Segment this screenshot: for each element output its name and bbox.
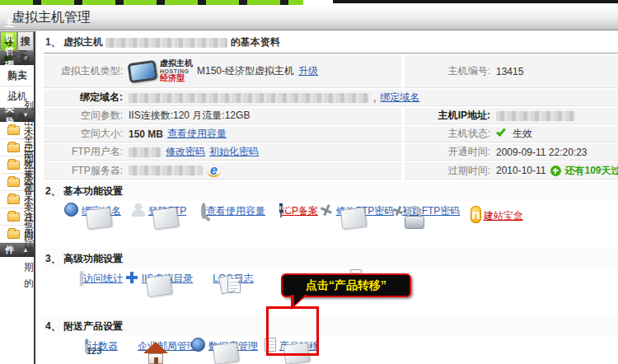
host-info-table: 虚拟主机类型: 虚拟主机 HOSTING 经济型 M150-经济型虚拟主机 bbox=[44, 55, 618, 180]
redacted-domains bbox=[129, 93, 369, 103]
ftp-server-label: FTP服务器: bbox=[44, 164, 123, 178]
space-size-value: 150 MB bbox=[129, 128, 163, 140]
sidebar-section-folders[interactable]: 文件夹 ▲ bbox=[0, 243, 34, 257]
chevron-up-icon: ▲ bbox=[22, 243, 29, 257]
section2-title: 2、 基本功能设置 bbox=[44, 181, 618, 201]
folder-icon bbox=[7, 143, 20, 152]
host-type-label: 虚拟主机类型: bbox=[44, 64, 123, 78]
open-time-value: 2009-09-11 22:20:23 bbox=[490, 147, 588, 158]
space-size-cell: 空间大小: 150 MB 查看使用容量 bbox=[44, 126, 401, 142]
host-ip-cell: 主机IP地址: bbox=[405, 108, 618, 124]
monitor-icon bbox=[127, 59, 157, 82]
tool-label[interactable]: 建站宝盒 bbox=[484, 209, 523, 223]
virtual-host-manager-window: 虚拟主机管理 导航 搜索 主机管理导航 ▼ 购买新主机 购买主机套餐 分类导航 … bbox=[0, 0, 618, 364]
table-row: 虚拟主机类型: 虚拟主机 HOSTING 经济型 M150-经济型虚拟主机 bbox=[44, 55, 618, 88]
internet-explorer-icon[interactable]: e bbox=[207, 164, 221, 177]
hosting-icon-text: 虚拟主机 bbox=[160, 59, 193, 68]
folder-icon bbox=[7, 126, 20, 135]
sidebar: 导航 搜索 主机管理导航 ▼ 购买新主机 购买主机套餐 分类导航 ▼ 列出全部 bbox=[0, 31, 35, 364]
expire-time-label: 过期时间: bbox=[405, 164, 490, 178]
host-type-cell: 虚拟主机类型: 虚拟主机 HOSTING 经济型 M150-经济型虚拟主机 bbox=[44, 55, 401, 88]
days-left-notice: 还有109天过期 bbox=[565, 164, 618, 178]
bind-domain-label: 绑定域名: bbox=[44, 91, 123, 105]
ftp-server-cell: FTP服务器: e bbox=[44, 162, 401, 180]
host-id-label: 主机编号: bbox=[405, 64, 490, 78]
space-params-cell: 空间参数: IIS连接数:120 月流量:12GB bbox=[44, 108, 401, 124]
expire-date-value: 2010-10-11 bbox=[496, 165, 546, 176]
host-ip-label: 主机IP地址: bbox=[405, 109, 490, 123]
redacted-ip bbox=[496, 111, 575, 121]
reset-password-link[interactable]: 初始化密码 bbox=[209, 145, 259, 159]
top-menu-strip-dark bbox=[333, 0, 618, 3]
folder-icon bbox=[7, 161, 20, 170]
icp-icon-text: ICP bbox=[279, 203, 283, 212]
tool-iis-virtual-dir[interactable]: IIS虚拟目录 bbox=[134, 272, 200, 316]
space-size-label: 空间大小: bbox=[44, 127, 123, 141]
space-params-label: 空间参数: bbox=[44, 109, 123, 123]
section4-title: 4、 附送产品设置 bbox=[44, 316, 618, 336]
upgrade-link[interactable]: 升级 bbox=[298, 64, 318, 78]
counter-icon: 123 bbox=[85, 338, 88, 353]
redacted-ftp-user bbox=[129, 147, 162, 157]
tool-bind-domain[interactable]: 绑定域名 bbox=[68, 204, 134, 249]
bonus-tools-row: 123 计数器 企业邮局管理 数据库管理 产品转移 bbox=[68, 336, 618, 364]
tool-log-files[interactable]: LOG日志 bbox=[200, 272, 266, 316]
tool-sitebuilder-box[interactable]: n 建站宝盒 bbox=[464, 204, 530, 249]
open-time-label: 开通时间: bbox=[405, 145, 490, 159]
separator: , bbox=[373, 92, 376, 104]
basic-tools-row: 绑定域名 登陆FTP 查看使用容量 ICP ICP备案 bbox=[68, 201, 618, 249]
redacted-ftp-server bbox=[129, 166, 203, 175]
folder-icon bbox=[7, 195, 20, 204]
highlight-red-box bbox=[266, 306, 319, 356]
page-title: 虚拟主机管理 bbox=[0, 5, 618, 30]
bind-domain-cell: 绑定域名: , 绑定域名 bbox=[44, 90, 618, 106]
host-type-value: M150-经济型虚拟主机 bbox=[197, 64, 294, 78]
main-content: 1、 虚拟主机 的基本资料 虚拟主机类型: 虚拟主机 HOSTING bbox=[35, 31, 618, 364]
tool-label[interactable]: 查看使用容量 bbox=[206, 204, 265, 218]
hosting-product-icon: 虚拟主机 HOSTING 经济型 bbox=[129, 59, 193, 82]
table-row: 空间参数: IIS连接数:120 月流量:12GB 主机IP地址: bbox=[44, 108, 618, 124]
redacted-host-name bbox=[105, 38, 227, 48]
table-row: 绑定域名: , 绑定域名 bbox=[44, 90, 618, 106]
section1-title-prefix: 1、 虚拟主机 bbox=[45, 36, 103, 48]
layout: 导航 搜索 主机管理导航 ▼ 购买新主机 购买主机套餐 分类导航 ▼ 列出全部 bbox=[0, 31, 618, 364]
tool-label[interactable]: 访问统计 bbox=[83, 272, 123, 286]
folder-icon bbox=[7, 212, 20, 222]
host-status-cell: 主机状态: 生效 bbox=[405, 126, 618, 142]
icp-document-icon: ICP bbox=[280, 204, 282, 217]
bind-domain-link[interactable]: 绑定域名 bbox=[380, 91, 419, 105]
ftp-user-cell: FTP用户名: 修改密码 初始化密码 bbox=[44, 144, 401, 161]
tool-init-ftp-password[interactable]: 初始FTP密码 bbox=[398, 204, 464, 249]
host-status-label: 主机状态: bbox=[405, 127, 490, 141]
view-usage-link[interactable]: 查看使用容量 bbox=[167, 127, 227, 141]
host-id-value: 13415 bbox=[490, 66, 523, 77]
tool-counter[interactable]: 123 计数器 bbox=[68, 339, 134, 364]
tool-login-ftp[interactable]: 登陆FTP bbox=[134, 204, 200, 249]
folder-icon bbox=[7, 178, 20, 187]
sidebar-item-label: 一个月内过期的 bbox=[24, 176, 34, 292]
section1-title-suffix: 的基本资料 bbox=[231, 36, 280, 48]
callout-tail bbox=[294, 294, 306, 306]
table-row: FTP服务器: e 过期时间: 2010-10-11 还有109天过期 续费 bbox=[44, 162, 618, 180]
tool-change-ftp-password[interactable]: 修改FTP密码 bbox=[332, 204, 398, 249]
table-row: 空间大小: 150 MB 查看使用容量 主机状态: 生效 bbox=[44, 126, 618, 142]
host-status-value: 生效 bbox=[513, 127, 532, 141]
ftp-user-label: FTP用户名: bbox=[44, 145, 123, 159]
tool-view-usage[interactable]: 查看使用容量 bbox=[200, 204, 266, 249]
table-row: FTP用户名: 修改密码 初始化密码 开通时间: 2009-09-11 22:2… bbox=[44, 144, 618, 161]
magnifier-icon bbox=[201, 203, 206, 219]
expire-time-cell: 过期时间: 2010-10-11 还有109天过期 续费 bbox=[405, 162, 618, 180]
space-params-value: IIS连接数:120 月流量:12GB bbox=[123, 109, 250, 123]
change-password-link[interactable]: 修改密码 bbox=[166, 145, 205, 159]
callout-text: 点击“产品转移” bbox=[306, 278, 386, 292]
hosting-icon-text: 经济型 bbox=[160, 74, 193, 83]
host-id-cell: 主机编号: 13415 bbox=[405, 55, 618, 88]
folder-icon bbox=[7, 230, 20, 239]
monitor-stats-icon bbox=[80, 273, 83, 284]
tool-database-manage[interactable]: 数据库管理 bbox=[200, 339, 266, 364]
tool-enterprise-mail[interactable]: 企业邮局管理 bbox=[134, 339, 200, 364]
sitebuilder-icon: n bbox=[471, 206, 480, 223]
section1-title: 1、 虚拟主机 的基本资料 bbox=[44, 33, 618, 54]
open-time-cell: 开通时间: 2009-09-11 22:20:23 bbox=[405, 144, 618, 161]
callout-bubble: 点击“产品转移” bbox=[281, 273, 411, 297]
